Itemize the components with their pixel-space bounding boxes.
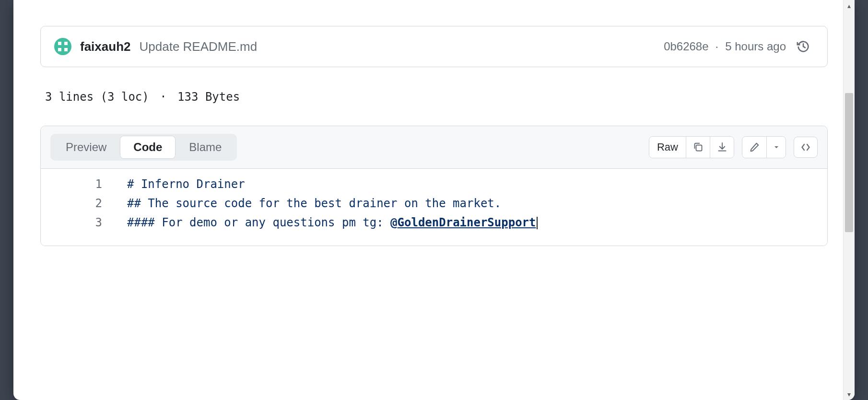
file-stats: 3 lines (3 loc) · 133 Bytes (40, 90, 828, 104)
raw-button[interactable]: Raw (649, 137, 686, 158)
scroll-thumb[interactable] (845, 93, 853, 232)
code-text[interactable]: ## The source code for the best drainer … (127, 194, 501, 213)
text-cursor (537, 217, 538, 229)
chevron-down-icon (773, 143, 780, 151)
download-icon (716, 141, 728, 153)
raw-button-group: Raw (649, 136, 734, 158)
separator-dot: · (160, 90, 166, 104)
file-lines: 3 lines (3 loc) (45, 90, 149, 104)
code-text[interactable]: # Inferno Drainer (127, 175, 245, 194)
tab-blame[interactable]: Blame (176, 136, 235, 159)
scroll-area[interactable]: faixauh2 Update README.md 0b6268e · 5 ho… (13, 0, 855, 400)
symbols-button[interactable] (794, 137, 818, 158)
scroll-down-arrow[interactable]: ▾ (844, 388, 855, 400)
download-button[interactable] (710, 137, 734, 158)
svg-rect-0 (696, 145, 702, 151)
commit-message-link[interactable]: Update README.md (140, 39, 258, 54)
code-line: 2 ## The source code for the best draine… (41, 194, 827, 213)
code-body[interactable]: 1 # Inferno Drainer 2 ## The source code… (41, 169, 827, 246)
line-number[interactable]: 2 (41, 194, 127, 213)
pencil-icon (749, 141, 760, 153)
tab-code[interactable]: Code (120, 136, 176, 159)
view-mode-tabs: Preview Code Blame (50, 134, 237, 161)
code-line: 1 # Inferno Drainer (41, 175, 827, 194)
code-line: 3 #### For demo or any questions pm tg: … (41, 213, 827, 232)
page-frame: faixauh2 Update README.md 0b6268e · 5 ho… (13, 0, 855, 400)
history-icon (796, 39, 810, 54)
edit-button[interactable] (742, 137, 766, 158)
scroll-track[interactable] (844, 12, 855, 388)
copy-icon (692, 141, 704, 153)
file-view-box: Preview Code Blame Raw (40, 126, 828, 246)
history-button[interactable] (793, 36, 814, 57)
commit-time-link[interactable]: 5 hours ago (725, 40, 786, 53)
edit-button-group (742, 136, 786, 158)
telegram-handle-link[interactable]: GoldenDrainerSupport (398, 216, 536, 229)
line-number[interactable]: 1 (41, 175, 127, 194)
file-size: 133 Bytes (177, 90, 240, 104)
latest-commit-bar: faixauh2 Update README.md 0b6268e · 5 ho… (40, 26, 828, 67)
author-avatar[interactable] (54, 38, 71, 55)
author-link[interactable]: faixauh2 (80, 39, 131, 54)
tab-preview[interactable]: Preview (52, 136, 120, 159)
code-text[interactable]: #### For demo or any questions pm tg: @G… (127, 213, 538, 232)
line-number[interactable]: 3 (41, 213, 127, 232)
file-toolbar: Preview Code Blame Raw (41, 126, 827, 169)
scroll-up-arrow[interactable]: ▴ (844, 0, 855, 12)
separator-dot: · (716, 40, 719, 53)
commit-sha-link[interactable]: 0b6268e (664, 40, 708, 53)
copy-button[interactable] (686, 137, 710, 158)
window-scrollbar[interactable]: ▴ ▾ (843, 0, 855, 400)
code-symbols-icon (800, 141, 811, 153)
edit-menu-button[interactable] (766, 137, 786, 158)
